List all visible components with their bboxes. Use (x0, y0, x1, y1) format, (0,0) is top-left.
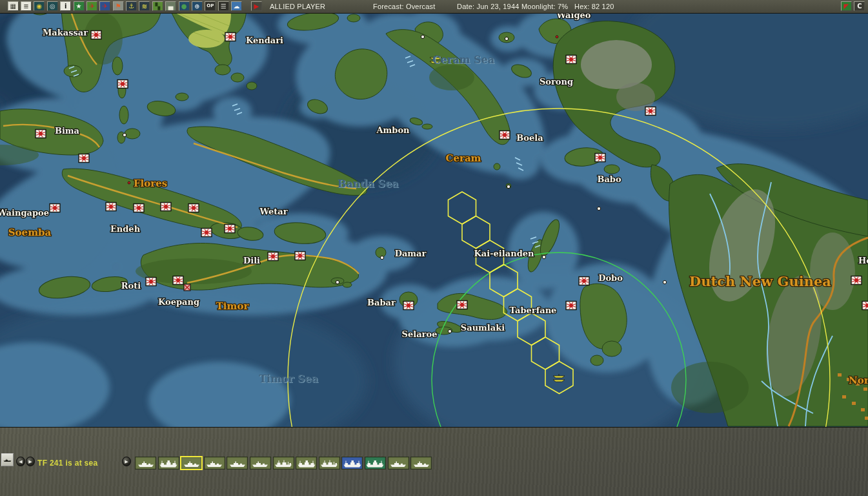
ship-button[interactable] (204, 457, 225, 470)
dot-base[interactable] (123, 133, 126, 136)
ship-button[interactable] (365, 457, 386, 470)
enemy-base-flag[interactable] (106, 203, 116, 211)
ship-button[interactable] (135, 457, 156, 470)
air-ops-icon[interactable]: ✈ (86, 1, 97, 11)
ship-button[interactable] (250, 457, 271, 470)
enemy-base-flag[interactable] (225, 33, 236, 41)
enemy-base-flag[interactable] (566, 302, 576, 310)
enemy-base-flag[interactable] (645, 107, 656, 116)
weather-icon[interactable]: ☁ (231, 1, 242, 11)
hex-coords-label: Hex: 82 120 (574, 3, 614, 10)
ship-view-icon[interactable]: ⚓ (126, 1, 137, 11)
map-label: Dutch New Guinea (689, 273, 831, 289)
map-label: Endeh (110, 224, 141, 234)
ship-button[interactable] (319, 457, 340, 470)
ship-button[interactable] (227, 457, 248, 470)
map-label: Bima (55, 126, 80, 136)
reinforcements-icon[interactable]: ◤ (841, 1, 852, 11)
enemy-base-flag[interactable] (79, 154, 89, 163)
ship-buttons (135, 457, 434, 470)
amphib-ops-icon[interactable]: ▄ (165, 1, 176, 11)
ship-button[interactable] (388, 457, 409, 470)
ship-scroll-button[interactable]: ▶ (122, 457, 131, 466)
map-canvas[interactable]: MakassarKendariWaigeoCeram SeaCeram SeaS… (0, 0, 868, 496)
game-screen: MakassarKendariWaigeoCeram SeaCeram SeaS… (0, 0, 868, 496)
dot-base[interactable] (380, 256, 383, 259)
enemy-base-flag[interactable] (500, 131, 510, 140)
prev-tf-button[interactable]: ◀ (16, 457, 25, 466)
reports-icon[interactable]: ≡ (21, 1, 32, 11)
map-label: Nort (849, 375, 868, 386)
dot-base[interactable] (663, 280, 666, 284)
dot-base[interactable] (505, 37, 508, 40)
info-icon[interactable]: i (60, 1, 71, 11)
enemy-base-flag[interactable] (225, 225, 235, 233)
map-label: Saumlaki (461, 323, 505, 333)
dot-base[interactable] (597, 207, 600, 210)
toolbar: ▦≡◉◎i★✈✈⚑⚓≋▚▄●⊕OP☰☁▶ ALLIED PLAYER Forec… (0, 0, 868, 14)
operations-icon[interactable]: OP (205, 1, 216, 11)
next-tf-button[interactable]: ▶ (26, 457, 35, 466)
dot-base[interactable] (542, 255, 545, 258)
unit-dot (128, 181, 130, 184)
map-label: Flores (134, 178, 167, 189)
map-label: Ceram Sea (432, 54, 494, 66)
save-icon[interactable]: ▦ (8, 1, 19, 11)
player-turn-label: ALLIED PLAYER (270, 3, 325, 10)
enemy-base-flag[interactable] (161, 203, 171, 211)
enemy-base-flag[interactable] (595, 154, 605, 162)
combat-report-icon[interactable]: C (854, 1, 865, 11)
map-label: Ho (858, 256, 868, 265)
enemy-base-flag[interactable] (457, 301, 467, 309)
enemy-base-flag[interactable] (851, 276, 862, 285)
enemy-base-flag[interactable] (403, 302, 414, 310)
dot-base[interactable] (336, 280, 339, 284)
strategic-view-icon[interactable]: ⊕ (192, 1, 203, 11)
naval-air-ops-icon[interactable]: ✈ (99, 1, 110, 11)
enemy-port-marker[interactable] (184, 284, 190, 291)
tf-status-text: TF 241 is at sea (37, 459, 98, 468)
enemy-base-flag[interactable] (91, 31, 101, 39)
ship-button[interactable] (158, 457, 179, 470)
enemy-base-flag[interactable] (268, 253, 278, 261)
ruler-icon[interactable]: ☰ (218, 1, 229, 11)
enemy-base-flag[interactable] (862, 302, 868, 310)
ground-forces-icon[interactable]: ▚ (152, 1, 163, 11)
enemy-base-flag[interactable] (146, 278, 156, 286)
signal-intel-icon[interactable]: ◎ (47, 1, 58, 11)
ship-button[interactable] (296, 457, 317, 470)
map-label: Waingapoe (0, 208, 49, 218)
enemy-base-flag[interactable] (579, 277, 589, 285)
enemy-base-flag[interactable] (50, 204, 60, 212)
enemy-base-flag[interactable] (188, 204, 199, 212)
dot-base[interactable] (421, 35, 424, 38)
task-force-view-icon[interactable]: ≋ (139, 1, 150, 11)
map-label: Banda Sea (338, 178, 399, 190)
end-turn-icon[interactable]: ▶ (251, 1, 262, 11)
ship-button[interactable] (273, 457, 294, 470)
ship-button[interactable] (341, 457, 363, 470)
unit-dot (556, 36, 558, 38)
ship-button[interactable] (181, 457, 202, 470)
enemy-base-flag[interactable] (173, 276, 183, 285)
map-label: Dili (243, 256, 260, 265)
toolbar-icons: ▦≡◉◎i★✈✈⚑⚓≋▚▄●⊕OP☰☁▶ (6, 1, 263, 12)
map-label: Dobo (598, 273, 623, 283)
enemy-base-flag[interactable] (117, 80, 128, 88)
enemy-base-flag[interactable] (134, 204, 144, 212)
intel-monitor-icon[interactable]: ◉ (34, 1, 45, 11)
map-label: Timor Sea (259, 373, 318, 385)
enemy-base-flag[interactable] (35, 130, 46, 138)
dot-base[interactable] (448, 329, 451, 333)
ship-button[interactable] (410, 457, 432, 470)
enemy-base-flag[interactable] (566, 56, 576, 64)
tf-list-button[interactable] (1, 453, 14, 466)
dot-base[interactable] (507, 185, 510, 188)
map-label: Taberfane (510, 305, 557, 315)
enemy-base-flag[interactable] (201, 229, 212, 237)
flag-marker-icon[interactable]: ⚑ (113, 1, 124, 11)
enemy-base-flag[interactable] (295, 252, 305, 260)
tf-panel: ◀ ▶ TF 241 is at sea ▶ SW (0, 427, 868, 496)
allied-star-icon[interactable]: ★ (74, 1, 85, 11)
world-map-icon[interactable]: ● (179, 1, 190, 11)
